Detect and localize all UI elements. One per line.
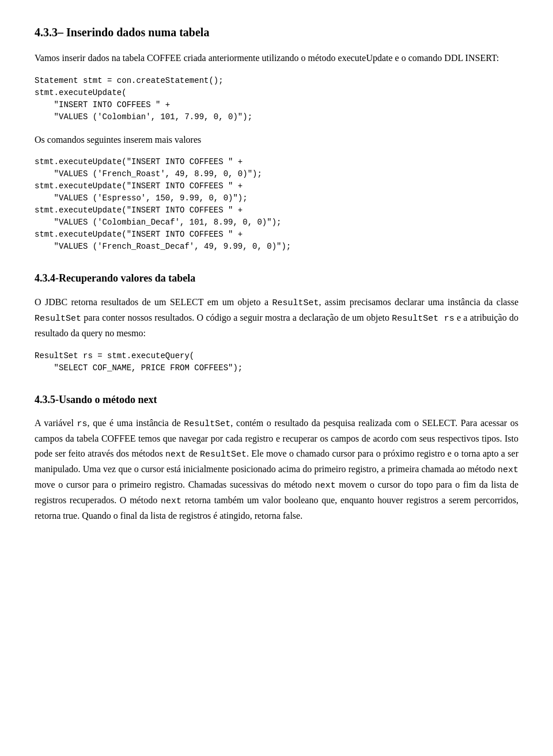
section-heading-4-3-3: 4.3.3– Inserindo dados numa tabela <box>35 23 518 41</box>
text-after1: para conter nossos resultados. O código … <box>81 313 392 322</box>
inline-code-resultset4: ResultSet <box>200 450 247 459</box>
intro-paragraph: Vamos inserir dados na tabela COFFEE cri… <box>35 51 518 66</box>
inline-code-next3: next <box>315 481 336 491</box>
code-block-1: Statement stmt = con.createStatement(); … <box>35 75 518 123</box>
inline-code-resultset-rs: ResultSet rs <box>392 314 454 324</box>
code-block-2: stmt.executeUpdate("INSERT INTO COFFEES … <box>35 156 518 253</box>
inline-code-next1: next <box>165 450 186 459</box>
section-4-3-5: 4.3.5-Usando o método next A variável rs… <box>35 392 518 523</box>
text-a-variavel: A variável <box>35 418 77 428</box>
section-4-3-3: 4.3.3– Inserindo dados numa tabela Vamos… <box>35 23 518 253</box>
code-block-3: ResultSet rs = stmt.executeQuery( "SELEC… <box>35 350 518 374</box>
inline-code-resultset2: ResultSet <box>35 314 81 324</box>
middle-paragraph: Os comandos seguintes inserem mais valor… <box>35 132 518 147</box>
section-4-3-4-para1: O JDBC retorna resultados de um SELECT e… <box>35 295 518 341</box>
text-move-cursor: move o cursor para o primeiro registro. … <box>35 480 315 489</box>
inline-code-rs: rs <box>77 419 88 429</box>
text-before-resultset1: O JDBC retorna resultados de um SELECT e… <box>35 297 272 307</box>
inline-code-resultset3: ResultSet <box>184 419 230 429</box>
inline-code-next2: next <box>498 465 518 475</box>
inline-code-next4: next <box>161 496 181 506</box>
text-middle1: , assim precisamos declarar uma instânci… <box>319 297 518 307</box>
inline-code-resultset1: ResultSet <box>272 298 319 308</box>
section-heading-4-3-4: 4.3.4-Recuperando valores da tabela <box>35 270 518 287</box>
section-4-3-5-para1: A variável rs, que é uma instância de Re… <box>35 416 518 523</box>
text-que-e: , que é uma instância de <box>88 418 184 428</box>
section-4-3-4: 4.3.4-Recuperando valores da tabela O JD… <box>35 270 518 374</box>
section-heading-4-3-5: 4.3.5-Usando o método next <box>35 392 518 408</box>
text-de: de <box>186 449 200 458</box>
